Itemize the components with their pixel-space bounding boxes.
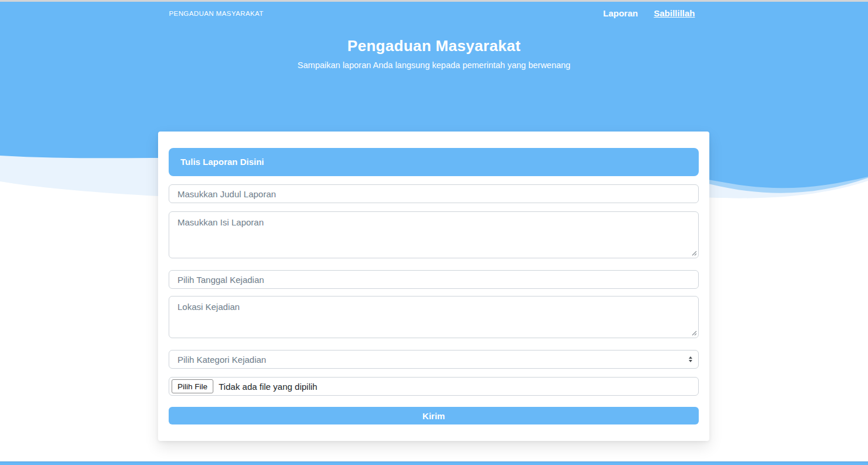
isi-laporan-textarea[interactable] — [169, 211, 699, 258]
form-header: Tulis Laporan Disini — [169, 148, 699, 176]
nav-link-user[interactable]: Sabillillah — [653, 8, 695, 18]
tanggal-kejadian-input[interactable] — [169, 270, 699, 289]
resize-handle-icon[interactable] — [691, 250, 697, 256]
judul-laporan-input[interactable] — [169, 184, 699, 203]
kategori-kejadian-wrap: Pilih Kategori Kejadian — [169, 350, 699, 369]
page-subtitle: Sampaikan laporan Anda langsung kepada p… — [0, 60, 868, 70]
hero: Pengaduan Masyarakat Sampaikan laporan A… — [0, 37, 868, 70]
page-title: Pengaduan Masyarakat — [0, 37, 868, 55]
kirim-button[interactable]: Kirim — [169, 407, 699, 424]
footer-bar — [0, 461, 868, 465]
choose-file-button[interactable]: Pilih File — [172, 379, 213, 393]
top-strip — [0, 0, 868, 2]
navbar-brand[interactable]: PENGADUAN MASYARAKAT — [169, 10, 264, 17]
navbar-container: PENGADUAN MASYARAKAT Laporan Sabillillah — [159, 2, 710, 18]
page: PENGADUAN MASYARAKAT Laporan Sabillillah… — [0, 0, 868, 465]
kategori-kejadian-select[interactable]: Pilih Kategori Kejadian — [169, 350, 699, 369]
isi-laporan-wrap — [169, 211, 699, 258]
nav-link-laporan[interactable]: Laporan — [603, 8, 638, 18]
file-status-text: Tidak ada file yang dipilih — [219, 382, 317, 392]
resize-handle-icon[interactable] — [691, 329, 697, 336]
navbar: PENGADUAN MASYARAKAT Laporan Sabillillah — [0, 2, 868, 18]
navbar-links: Laporan Sabillillah — [603, 8, 695, 18]
lokasi-kejadian-wrap — [169, 296, 699, 338]
lokasi-kejadian-textarea[interactable] — [169, 296, 699, 338]
file-upload-control[interactable]: Pilih File Tidak ada file yang dipilih — [169, 377, 699, 396]
report-form-card: Tulis Laporan Disini Pilih Kategori Keja… — [158, 132, 709, 441]
